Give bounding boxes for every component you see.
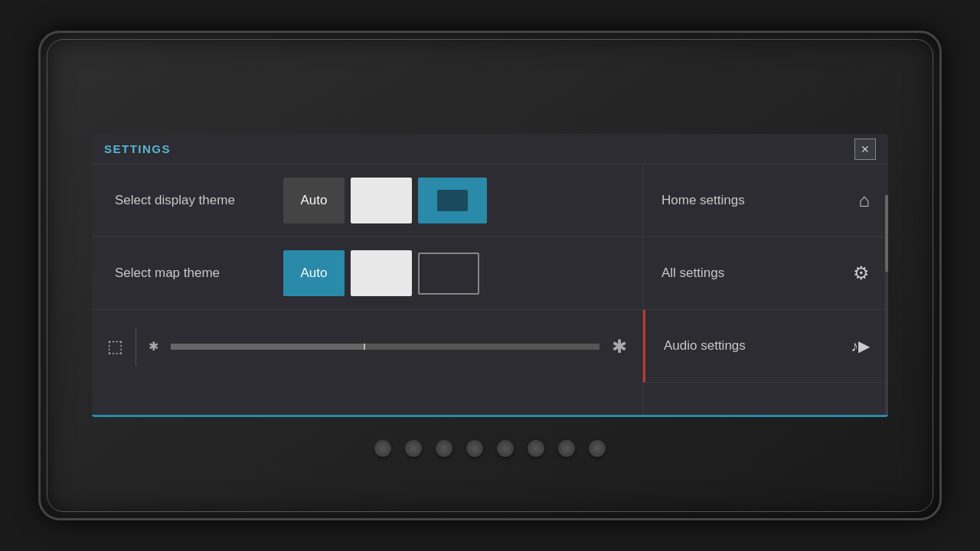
dot-7[interactable] [558,440,575,457]
brightness-separator [136,328,136,366]
display-theme-row: Select display theme Auto [92,165,642,237]
home-settings-label: Home settings [662,193,745,208]
dot-4[interactable] [466,440,483,457]
right-panel: Home settings ⌂ All settings ⚙ Audio set… [643,165,888,417]
map-auto-button[interactable]: Auto [283,250,345,296]
button-dots-row [374,440,606,457]
brightness-fill [171,344,364,350]
all-settings-label: All settings [662,266,724,281]
display-auto-button[interactable]: Auto [283,178,345,223]
brightness-high-icon: ✱ [612,336,627,357]
close-button[interactable]: ✕ [854,139,876,160]
brightness-row: ⬚ ✱ ✱ [92,310,642,383]
audio-icon: ♪▶ [851,337,870,355]
display-dark-button[interactable] [418,178,487,223]
home-icon: ⌂ [859,190,871,211]
bottom-accent-bar [92,415,888,417]
scrollbar-thumb [885,195,888,272]
left-panel: Select display theme Auto Select map the… [92,165,643,417]
brightness-slider[interactable] [171,344,599,350]
map-light-button[interactable] [351,250,412,296]
audio-settings-row[interactable]: Audio settings ♪▶ [643,310,888,383]
screen-power-icon[interactable]: ⬚ [107,337,123,357]
dot-3[interactable] [436,440,452,457]
dot-5[interactable] [497,440,514,457]
settings-header: SETTINGS ✕ [92,134,888,165]
map-theme-label: Select map theme [115,266,283,281]
car-bezel: SETTINGS ✕ Select display theme Auto [38,31,942,520]
settings-panel: SETTINGS ✕ Select display theme Auto [92,134,888,417]
dot-8[interactable] [589,440,606,457]
home-settings-row[interactable]: Home settings ⌂ [643,165,888,237]
map-theme-options: Auto [283,250,479,296]
settings-title: SETTINGS [104,142,171,155]
scrollbar[interactable] [885,195,888,417]
gear-icon: ⚙ [853,262,870,284]
brightness-rest [365,344,599,350]
audio-settings-label: Audio settings [664,338,746,354]
dot-2[interactable] [405,440,422,457]
all-settings-row[interactable]: All settings ⚙ [643,237,888,310]
brightness-low-icon: ✱ [149,339,158,354]
display-light-button[interactable] [351,178,412,223]
dot-6[interactable] [528,440,544,457]
display-theme-options: Auto [283,178,487,223]
map-dark-button[interactable] [418,253,479,295]
dot-1[interactable] [374,440,391,457]
dark-btn-inner [437,190,468,211]
map-theme-row: Select map theme Auto [92,237,642,310]
settings-body: Select display theme Auto Select map the… [92,165,888,417]
display-theme-label: Select display theme [115,193,283,208]
screen: SETTINGS ✕ Select display theme Auto [92,134,888,417]
